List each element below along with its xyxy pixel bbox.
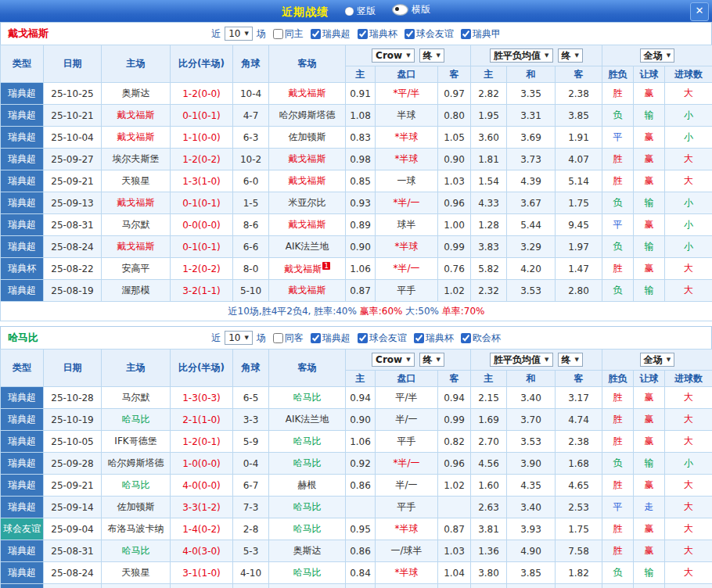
- europe-odds-source-select[interactable]: 胜平负均值▼: [490, 353, 552, 367]
- filter-checkbox[interactable]: [414, 333, 424, 343]
- asia-odds-time-select[interactable]: 终▼: [419, 353, 444, 367]
- cell-result-handicap: 赢: [634, 431, 665, 453]
- europe-odds-time-select[interactable]: 终▼: [558, 353, 583, 367]
- cell-corners: 3-3: [233, 409, 269, 431]
- asia-odds-time-select[interactable]: 终▼: [419, 48, 444, 63]
- cell-result-wdl: 负: [602, 280, 634, 302]
- cell-date: 25-09-04: [44, 518, 102, 540]
- filter-checkbox-label[interactable]: 瑞典超: [311, 27, 351, 41]
- cell-result-handicap: 赢: [634, 170, 665, 192]
- cell-result-goals: 大: [665, 540, 712, 562]
- away-team-name: 戴戈福斯: [289, 175, 326, 186]
- matches-count-select[interactable]: 10▼: [225, 27, 253, 41]
- cell-handicap: *三球半/四球: [376, 584, 438, 588]
- cell-result-handicap: 赢: [634, 475, 665, 497]
- cell-score: 0-0(0-0): [171, 214, 233, 236]
- match-row: 瑞典超25-10-21戴戈福斯0-1(0-1)4-7哈尔姆斯塔德1.08半球0.…: [1, 105, 712, 127]
- cell-result-wdl: 胜: [602, 475, 634, 497]
- dropdown-arrow-icon: ▼: [667, 354, 671, 365]
- home-team-name: 哈尔姆斯塔德: [108, 457, 164, 468]
- cell-league: 瑞典超: [1, 497, 44, 518]
- cell-home-team: 哈马比: [102, 409, 171, 431]
- filter-checkbox-label[interactable]: 瑞典杯: [414, 332, 454, 345]
- dropdown-arrow-icon: ▼: [545, 50, 548, 61]
- result-scope-select[interactable]: 全场▼: [640, 353, 674, 367]
- away-team-name: 戴戈福斯: [289, 88, 326, 99]
- filter-checkbox-label[interactable]: 瑞典超: [311, 332, 351, 345]
- cell-league: 瑞典超: [1, 149, 44, 170]
- cell-result-goals: 小: [665, 192, 712, 214]
- cell-date: 25-10-04: [44, 127, 102, 149]
- cell-date: 25-10-21: [44, 105, 102, 127]
- matches-count-select[interactable]: 10▼: [225, 331, 253, 345]
- filter-checkbox-label[interactable]: 同客: [273, 332, 304, 345]
- filter-checkbox-text: 瑞典杯: [369, 27, 397, 41]
- cell-home-team: 戴戈福斯: [102, 105, 171, 127]
- column-header: 主场: [102, 45, 171, 83]
- home-team-name: 布洛马波卡纳: [108, 523, 164, 534]
- filter-checkbox[interactable]: [461, 29, 471, 39]
- filter-checkbox-text: 瑞典甲: [473, 27, 501, 41]
- cell-date: 25-08-24: [44, 562, 102, 584]
- filter-checkbox-label[interactable]: 欧会杯: [461, 332, 501, 345]
- layout-radio-vertical[interactable]: 竖版: [345, 5, 376, 18]
- filter-checkbox[interactable]: [273, 333, 283, 343]
- cell-handicap: 半球: [376, 105, 438, 127]
- asia-odds-source-select[interactable]: Crow▼: [372, 353, 414, 367]
- cell-result-wdl: 负: [602, 105, 634, 127]
- filter-checkbox-label[interactable]: 球会友谊: [405, 27, 454, 41]
- cell-corners: 6-6: [233, 236, 269, 258]
- cell-asia-home-odds: 0.87: [346, 280, 376, 302]
- cell-corners: 1-5: [233, 192, 269, 214]
- filter-checkbox[interactable]: [358, 333, 368, 343]
- filter-checkbox[interactable]: [461, 333, 471, 343]
- filter-checkbox[interactable]: [405, 29, 415, 39]
- cell-corners: 8-6: [233, 214, 269, 236]
- cell-home-team: 马尔默: [102, 214, 171, 236]
- filter-checkbox[interactable]: [311, 29, 321, 39]
- asia-odds-source-select[interactable]: Crow▼: [372, 48, 414, 63]
- europe-odds-time-select[interactable]: 终▼: [558, 48, 583, 63]
- layout-radio-horizontal[interactable]: 横版: [392, 3, 430, 16]
- result-scope-select[interactable]: 全场▼: [640, 48, 674, 63]
- away-team-name: 哈马比: [293, 457, 322, 468]
- match-row: 瑞典超25-10-05IFK哥德堡1-2(0-1)5-9哈马比1.06平手0.8…: [1, 431, 712, 453]
- cell-euro-home-odds: 4.33: [471, 192, 507, 214]
- home-team-name: 戴戈福斯: [117, 197, 155, 208]
- cell-away-team: 奥斯达: [269, 540, 346, 562]
- cell-league: 瑞典超: [1, 387, 44, 409]
- cell-handicap: *半/一: [376, 258, 438, 280]
- europe-odds-source-select[interactable]: 胜平负均值▼: [490, 48, 552, 63]
- filter-checkbox-label[interactable]: 同主: [273, 27, 304, 41]
- cell-score: 1-3(1-0): [171, 170, 233, 192]
- filter-checkbox-label[interactable]: 瑞典杯: [358, 27, 397, 41]
- filter-checkbox-label[interactable]: 瑞典甲: [461, 27, 501, 41]
- filter-checkbox[interactable]: [358, 29, 368, 39]
- cell-euro-away-odds: 2.38: [556, 431, 602, 453]
- dropdown-arrow-icon: ▼: [545, 354, 548, 365]
- cell-result-handicap: 输: [634, 105, 665, 127]
- cell-euro-draw-odds: 3.53: [507, 280, 556, 302]
- cell-league: 瑞典超: [1, 192, 44, 214]
- column-subheader: 和: [507, 66, 556, 83]
- match-row: 瑞典杯25-08-21科什奈斯0-3(0-1)2-6哈马比1.07*三球半/四球…: [1, 584, 712, 588]
- cell-euro-home-odds: 2.70: [471, 431, 507, 453]
- cell-corners: 4-10: [233, 562, 269, 584]
- cell-score: 1-4(0-2): [171, 518, 233, 540]
- cell-result-goals: 大: [665, 497, 712, 518]
- cell-corners: 5-3: [233, 540, 269, 562]
- cell-asia-home-odds: 0.95: [346, 518, 376, 540]
- cell-euro-away-odds: 5.14: [556, 170, 602, 192]
- filter-checkbox[interactable]: [273, 29, 283, 39]
- cell-away-team: 戴戈福斯: [269, 83, 346, 105]
- filter-checkbox[interactable]: [311, 333, 321, 343]
- cell-result-goals: 小: [665, 584, 712, 588]
- filter-checkbox-label[interactable]: 球会友谊: [358, 332, 407, 345]
- cell-home-team: 哈马比: [102, 540, 171, 562]
- cell-date: 25-09-14: [44, 497, 102, 518]
- cell-away-team: 戴戈福斯: [269, 170, 346, 192]
- close-button[interactable]: ✕: [690, 2, 709, 21]
- cell-euro-home-odds: 1.36: [471, 540, 507, 562]
- cell-euro-away-odds: 9.45: [556, 214, 602, 236]
- cell-result-handicap: 走: [634, 497, 665, 518]
